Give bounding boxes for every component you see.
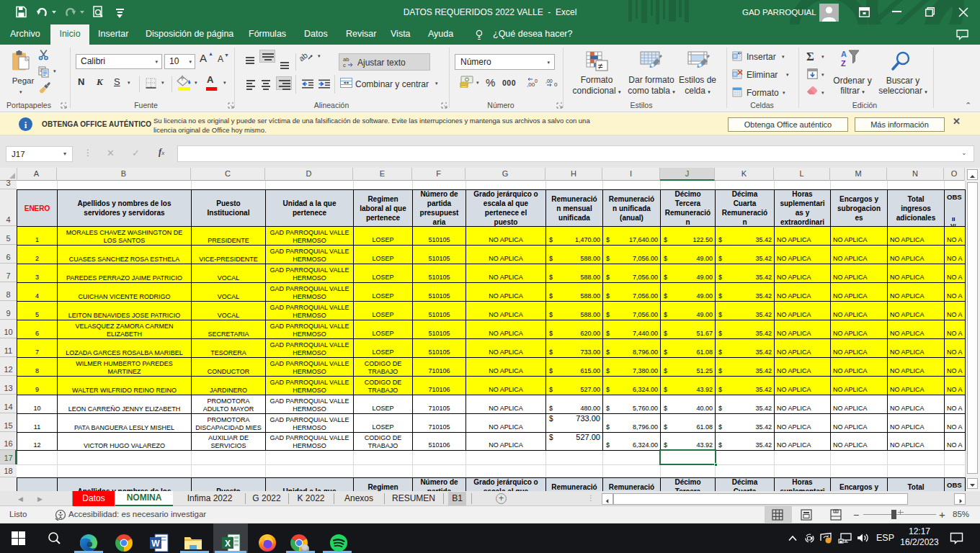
svg-text:W: W — [151, 539, 160, 549]
svg-text:i: i — [24, 120, 27, 130]
svg-text:A: A — [841, 50, 847, 58]
svg-text:,00: ,00 — [527, 81, 535, 87]
svg-text:c: c — [343, 62, 346, 68]
svg-text:ab: ab — [300, 50, 309, 63]
svg-text:X: X — [225, 539, 231, 549]
svg-text:0: 0 — [535, 78, 538, 84]
svg-text:Z: Z — [841, 59, 846, 68]
svg-text:,00: ,00 — [545, 78, 553, 84]
svg-text:≠: ≠ — [598, 61, 603, 71]
svg-text:0: 0 — [554, 81, 558, 87]
